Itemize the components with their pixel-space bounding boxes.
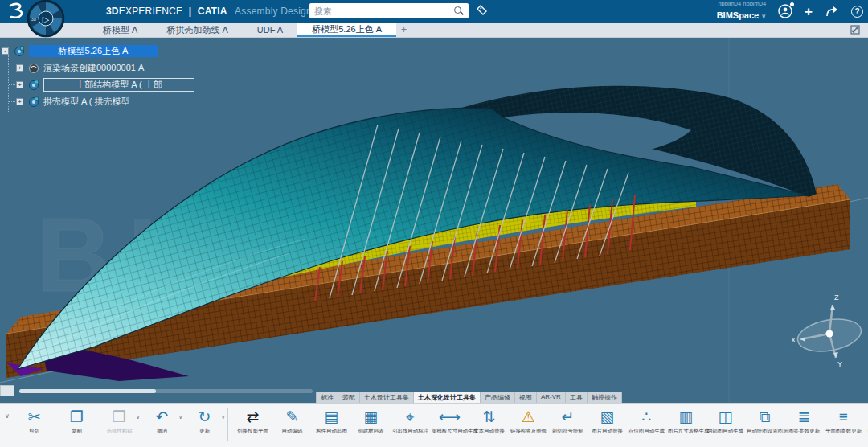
- tree-expander[interactable]: +: [16, 81, 23, 88]
- tab-view[interactable]: 视图: [515, 392, 537, 403]
- tab-assembly[interactable]: 装配: [338, 392, 360, 403]
- tag-icon[interactable]: [476, 4, 489, 17]
- tree-item-superstructure-label[interactable]: 上部结构模型 A ( 上部: [43, 78, 194, 92]
- product-icon: [14, 46, 25, 57]
- list2-icon: ≡: [824, 407, 863, 428]
- dropdown-arrow-icon[interactable]: ∨: [136, 414, 139, 420]
- tool-image-auto-replace[interactable]: ▧ 图片自动替换: [588, 406, 627, 436]
- tool-toggle-projection-plane[interactable]: ⇄ 切换投影平面: [233, 406, 272, 436]
- action-bar-toolbar: ∨ ✂ 剪切 ❐ 复制 ❒ ∨ 选择性粘贴 ↶ ∨ 撤消 ↻ ∨ 更新 ⇄ 切换…: [0, 403, 868, 447]
- tool-point-map-auto-generate[interactable]: ∴ 点位图自动生成: [627, 406, 666, 436]
- tab-ar-vr[interactable]: AR-VR: [537, 392, 566, 403]
- search-box[interactable]: [309, 3, 469, 18]
- tool-leader-auto-annotation[interactable]: ⌖ 引出线自动标注: [391, 406, 430, 436]
- tool-section-symbol-draw[interactable]: ↵ 剖切符号绘制: [548, 406, 588, 436]
- tool-auto-generate-block[interactable]: ◈ 自动生成模块: [863, 406, 868, 436]
- chevron-down-icon: ∨: [761, 13, 766, 20]
- tab-civil-design-tools[interactable]: 土木设计工具集: [360, 392, 414, 403]
- 3d-viewport[interactable]: BIM: [0, 38, 868, 403]
- tool-link-check-repair[interactable]: ⚠ 链接检查及维修: [509, 406, 548, 436]
- new-tab-button[interactable]: +: [396, 23, 411, 37]
- image-icon: ▧: [588, 407, 627, 428]
- expand-window-icon[interactable]: [850, 25, 860, 35]
- tool-sheet-param-update[interactable]: ≣ 图签参数更新: [784, 406, 824, 436]
- doc-tab-bridge-model-colored-active[interactable]: 桥模型5.26上色 A: [297, 23, 396, 37]
- axis-x-label: X: [791, 336, 796, 344]
- tree-row-arch-shell: + 拱壳模型 A ( 拱壳模型: [2, 93, 219, 110]
- doc-tab-udf[interactable]: UDF A: [243, 23, 297, 37]
- action-bar-tabs: 标准 装配 土木设计工具集 土木深化设计工具集 产品编修 视图 AR-VR 工具…: [316, 392, 622, 403]
- tree-item-root-label[interactable]: 桥模型5.26上色 A: [29, 45, 158, 57]
- brand-3d: 3D: [106, 6, 119, 17]
- tool-component-auto-drawing[interactable]: ▤ 构件自动出图: [312, 406, 351, 436]
- tree-expander[interactable]: +: [16, 64, 23, 72]
- brand-catia: CATIA: [198, 6, 227, 17]
- horizontal-scrollbar-thumb[interactable]: [19, 389, 156, 393]
- document-tab-bar: 桥模型 A 桥拱壳加劲线 A UDF A 桥模型5.26上色 A +: [0, 23, 868, 38]
- user-avatar-button[interactable]: [778, 4, 792, 18]
- paste-icon: ❒: [98, 407, 141, 428]
- swap-arrows-icon: ⇄: [233, 407, 272, 428]
- toolbar-collapse-chevron-icon[interactable]: ∨: [5, 412, 10, 420]
- refresh-icon: ↻: [183, 407, 226, 428]
- tool-auto-draw-set-layer[interactable]: ⧉ 自动绘图设置图层: [745, 406, 784, 436]
- notification-dot: [790, 2, 794, 6]
- app-title: 3DEXPERIENCE | CATIA Assembly Design: [106, 6, 312, 17]
- split-view-icon: ◫: [706, 407, 745, 428]
- tool-plan-param-update[interactable]: ≡ 平面图参数更新: [824, 406, 863, 436]
- dropdown-arrow-icon[interactable]: ∨: [178, 414, 182, 420]
- tool-text-auto-replace[interactable]: ⇅ 文本自动替换: [469, 406, 509, 436]
- tab-standard[interactable]: 标准: [316, 392, 338, 403]
- tool-image-size-table-generate[interactable]: ▥ 图片尺寸表格生成: [666, 406, 706, 436]
- search-icon[interactable]: [453, 6, 465, 17]
- ruler-table-icon: ▥: [666, 407, 706, 428]
- share-icon[interactable]: [825, 5, 839, 18]
- horizontal-scrollbar-track[interactable]: [19, 389, 313, 393]
- tool-update[interactable]: ↻ ∨ 更新: [183, 406, 226, 436]
- tab-civil-detailed-design-tools[interactable]: 土木深化设计工具集: [414, 392, 481, 403]
- tool-template-dim-auto-generate[interactable]: ⟷ 梁模板尺寸自动生成: [430, 406, 469, 436]
- tool-create-material-table[interactable]: ▦ 创建材料表: [351, 406, 391, 436]
- table-icon: ▦: [351, 407, 391, 428]
- tool-undo[interactable]: ↶ ∨ 撤消: [141, 406, 183, 436]
- enter-arrow-icon: ↵: [548, 407, 588, 428]
- tool-copy[interactable]: ❐ 复制: [55, 406, 98, 436]
- tab-product-edition[interactable]: 产品编修: [481, 392, 515, 403]
- tab-tools[interactable]: 工具: [566, 392, 588, 403]
- space-name: BIMSpace: [717, 10, 760, 20]
- search-input[interactable]: [309, 4, 453, 18]
- document-icon: ▤: [312, 407, 351, 428]
- workbench-name: Assembly Design: [235, 6, 312, 17]
- model-tree: - 桥模型5.26上色 A + 渲染场景创建00000001 A + 上部结构模…: [2, 43, 219, 110]
- render-scene-icon: [28, 63, 39, 74]
- tree-expander[interactable]: +: [16, 98, 23, 105]
- help-button[interactable]: ?: [851, 6, 863, 18]
- tree-expander[interactable]: -: [2, 47, 9, 55]
- viewport-corner-box: [0, 385, 14, 396]
- tool-paste-special[interactable]: ❒ ∨ 选择性粘贴: [98, 406, 141, 436]
- user-space-menu[interactable]: nbbim04 nbbim04 BIMSpace∨: [717, 1, 766, 22]
- tool-internal-drawing-auto-generate[interactable]: ◫ 内部图自动生成: [706, 406, 745, 436]
- 3dexperience-compass[interactable]: ▷ 3D: [27, 0, 65, 38]
- tree-row-superstructure: + 上部结构模型 A ( 上部: [2, 76, 219, 93]
- doc-tab-arch-shell-stiffener[interactable]: 桥拱壳加劲线 A: [152, 23, 242, 37]
- compass-play-icon[interactable]: ▷: [43, 14, 50, 24]
- tool-cut[interactable]: ✂ 剪切: [13, 406, 55, 436]
- add-content-button[interactable]: +: [805, 5, 813, 18]
- tree-item-render-scene-label[interactable]: 渲染场景创建00000001 A: [43, 62, 144, 74]
- dropdown-arrow-icon[interactable]: ∨: [221, 414, 224, 420]
- doc-tab-bridge-model[interactable]: 桥模型 A: [88, 23, 152, 37]
- 3ds-logo: [6, 2, 27, 20]
- tab-touch[interactable]: 触摸操作: [588, 392, 622, 403]
- toolbar-separator: [227, 408, 228, 441]
- axis-z-label: Z: [834, 293, 839, 301]
- target-icon: ⌖: [391, 407, 430, 428]
- undo-icon: ↶: [141, 407, 183, 428]
- brand-experience: EXPERIENCE: [119, 6, 182, 17]
- tool-auto-number[interactable]: ✎ 自动编码: [272, 406, 312, 436]
- axis-triad[interactable]: Z X Y: [791, 293, 864, 368]
- layers-icon: ⧉: [745, 407, 784, 428]
- compass-3d-label: 3D: [31, 17, 37, 22]
- dimension-icon: ⟷: [430, 407, 469, 428]
- tree-item-arch-shell-label[interactable]: 拱壳模型 A ( 拱壳模型: [43, 96, 130, 108]
